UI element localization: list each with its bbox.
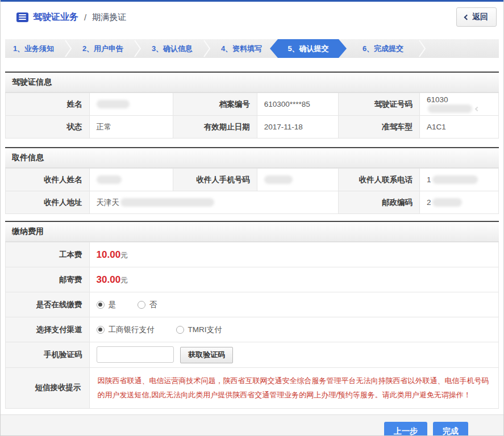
tab-step-3-confirm-info[interactable]: 3、确认信息 [144,39,201,58]
postage-fee-label: 邮寄费 [6,267,90,292]
expiry-date-value: 2017-11-18 [257,116,338,139]
name-label: 姓名 [6,93,90,116]
license-number-value-masked: 61030 [420,93,499,116]
recipient-phone-value-masked: 1 [420,169,499,191]
name-value-masked [89,93,173,116]
sms-notice-text: 因陕西省联通、电信运营商技术问题，陕西省互联网交通安全综合服务管理平台无法向持陕… [98,374,490,403]
masked-text-blob [97,175,122,184]
radio-channel-tmri[interactable]: TMRI支付 [176,325,222,335]
radio-selected-icon [97,301,105,309]
vehicle-class-label: 准驾车型 [338,116,419,139]
payment-channel-options: 工商银行支付 TMRI支付 [89,317,498,342]
masked-tail-glyph [475,107,480,111]
license-info-section: 驾驶证信息 姓名 档案编号 610300****85 驾驶证号码 61030 状… [5,72,499,139]
expiry-date-label: 有效期止日期 [173,116,257,139]
page-subtitle: 期满换证 [92,12,126,23]
fees-section: 缴纳费用 工本费 10.00元 邮寄费 30.00元 是否在线缴费 [5,221,499,409]
fees-table: 工本费 10.00元 邮寄费 30.00元 是否在线缴费 是 [5,242,499,409]
license-info-section-title: 驾驶证信息 [5,72,499,93]
table-row: 工本费 10.00元 [6,242,499,267]
masked-text-blob [264,175,293,184]
table-row: 收件人地址 天津天 邮政编码 2 [6,191,499,214]
action-footer: 上一步 完成 [1,414,503,436]
previous-step-button[interactable]: 上一步 [384,422,427,436]
breadcrumb: 驾驶证业务 / 期满换证 [16,11,126,23]
payment-channel-label: 选择支付渠道 [6,317,90,342]
pickup-info-section: 取件信息 收件人姓名 收件人手机号码 收件人联系电话 1 收件人地址 天津天 邮… [5,147,499,214]
tab-separator-icon [201,39,213,58]
recipient-name-value-masked [89,169,173,191]
masked-text-blob [428,104,472,113]
radio-online-no[interactable]: 否 [138,300,157,310]
tab-step-4-fill-materials[interactable]: 4、资料填写 [213,39,270,58]
page-header: 驾驶证业务 / 期满换证 返回 [1,2,503,32]
breadcrumb-separator: / [84,12,86,22]
masked-text-blob [432,175,478,184]
recipient-address-label: 收件人地址 [6,191,90,214]
tab-separator-icon [131,39,144,58]
masked-text-blob [120,198,214,207]
back-button[interactable]: 返回 [456,7,497,27]
recipient-address-value-masked: 天津天 [89,191,338,214]
tab-separator-icon [416,39,428,58]
sms-code-input[interactable] [97,346,174,363]
recipient-mobile-value-masked [257,169,338,191]
fees-section-title: 缴纳费用 [5,221,499,242]
radio-selected-icon [97,326,105,334]
table-row: 收件人姓名 收件人手机号码 收件人联系电话 1 [6,169,499,191]
recipient-name-label: 收件人姓名 [6,169,90,191]
tab-step-1-business-notes[interactable]: 1、业务须知 [5,39,62,58]
file-number-value: 610300****85 [257,93,338,116]
get-sms-code-button[interactable]: 获取验证码 [180,347,233,363]
radio-unselected-icon [176,326,184,334]
table-row: 是否在线缴费 是 否 [6,292,499,317]
status-value: 正常 [89,116,173,139]
online-payment-options: 是 否 [89,292,498,317]
production-fee-value: 10.00元 [89,242,498,267]
tabbar-filler [428,39,499,58]
vehicle-class-value: A1C1 [420,116,499,139]
table-row: 手机验证码 获取验证码 [6,342,499,368]
status-label: 状态 [6,116,90,139]
radio-unselected-icon [138,301,145,309]
table-row: 状态 正常 有效期止日期 2017-11-18 准驾车型 A1C1 [6,116,499,139]
sms-code-label: 手机验证码 [6,342,90,368]
step-progress-bar: 1、业务须知 2、用户申告 3、确认信息 4、资料填写 5、确认提交 6、完成提… [5,39,499,58]
postal-code-label: 邮政编码 [338,191,419,214]
sms-code-field-cell: 获取验证码 [89,342,498,368]
tab-separator-icon [62,39,74,58]
sms-notice-label: 短信接收提示 [6,368,90,409]
license-number-label: 驾驶证号码 [338,93,419,116]
sms-notice-cell: 因陕西省联通、电信运营商技术问题，陕西省互联网交通安全综合服务管理平台无法向持陕… [89,368,498,409]
table-row: 选择支付渠道 工商银行支付 TMRI支付 [6,317,499,342]
pickup-info-section-title: 取件信息 [5,147,499,168]
masked-text-blob [97,100,130,108]
file-number-label: 档案编号 [173,93,257,116]
tab-step-6-complete-submit[interactable]: 6、完成提交 [347,39,416,58]
radio-channel-icbc[interactable]: 工商银行支付 [97,325,155,335]
license-info-table: 姓名 档案编号 610300****85 驾驶证号码 61030 状态 正常 有… [5,93,499,139]
pickup-info-table: 收件人姓名 收件人手机号码 收件人联系电话 1 收件人地址 天津天 邮政编码 2 [5,168,499,214]
table-row: 姓名 档案编号 610300****85 驾驶证号码 61030 [6,93,499,116]
tab-step-2-user-declaration[interactable]: 2、用户申告 [74,39,131,58]
recipient-mobile-label: 收件人手机号码 [173,169,257,191]
license-renewal-page: 驾驶证业务 / 期满换证 返回 1、业务须知 2、用户申告 3、确认信息 4、资… [0,0,504,436]
document-lines-icon [16,12,28,22]
masked-text-blob [432,198,462,207]
recipient-phone-label: 收件人联系电话 [338,169,419,191]
radio-online-yes[interactable]: 是 [97,300,116,310]
tab-step-5-confirm-submit-active[interactable]: 5、确认提交 [270,39,347,58]
production-fee-label: 工本费 [6,242,90,267]
finish-button[interactable]: 完成 [433,422,468,436]
online-payment-label: 是否在线缴费 [6,292,90,317]
postal-code-value-masked: 2 [420,191,499,214]
back-button-label: 返回 [472,12,488,22]
chevron-left-icon [464,14,470,20]
postage-fee-value: 30.00元 [89,267,498,292]
table-row: 短信接收提示 因陕西省联通、电信运营商技术问题，陕西省互联网交通安全综合服务管理… [6,368,499,409]
page-title: 驾驶证业务 [33,11,78,23]
table-row: 邮寄费 30.00元 [6,267,499,292]
